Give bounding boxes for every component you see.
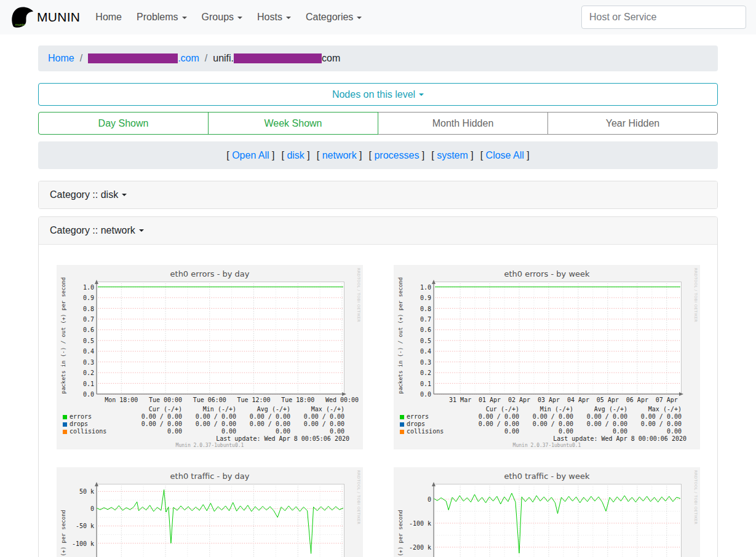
legend-series-name: drops bbox=[400, 421, 465, 428]
graph-watermark: Munin 2.0.37-1ubuntu0.1 bbox=[394, 443, 700, 448]
legend-value: 0.00 / 0.00 bbox=[128, 421, 182, 428]
legend-col-header: Cur (-/+) bbox=[465, 406, 519, 413]
chevron-down-icon bbox=[286, 17, 291, 19]
quick-link-open-all[interactable]: Open All bbox=[232, 150, 269, 160]
chevron-down-icon bbox=[122, 194, 127, 196]
quick-link-group-processes: [ processes ] bbox=[369, 150, 425, 161]
y-tick-label: 0.5 bbox=[420, 337, 431, 344]
graph-y-ticks: 1.00.90.80.70.60.50.40.30.20.10.0 bbox=[57, 282, 94, 394]
period-tabs: Day ShownWeek ShownMonth HiddenYear Hidd… bbox=[38, 112, 718, 135]
period-tab-month-hidden[interactable]: Month Hidden bbox=[378, 112, 548, 135]
y-tick-label: 0.8 bbox=[420, 305, 431, 312]
y-tick-label: -100 k bbox=[409, 519, 431, 526]
legend-value: 0.00 / 0.00 bbox=[573, 413, 627, 421]
period-tab-year-hidden[interactable]: Year Hidden bbox=[547, 112, 718, 135]
legend-row-collisions: collisions0.000.000.000.00 bbox=[63, 428, 344, 435]
y-tick-label: 0.9 bbox=[420, 294, 431, 301]
legend-swatch bbox=[63, 415, 67, 419]
x-tick-label: 02 Apr bbox=[508, 397, 530, 403]
y-tick-label: 0.3 bbox=[420, 358, 431, 365]
graph-title: eth0 traffic - by week bbox=[418, 472, 675, 481]
rrdtool-credit: RRDTOOL / TOBI OETIKER bbox=[694, 470, 698, 524]
graph-last-update: Last update: Wed Apr 8 00:05:06 2020 bbox=[216, 435, 349, 442]
legend-col-header: Min (-/+) bbox=[182, 406, 236, 413]
munin-logo-icon: munin bbox=[10, 6, 36, 29]
graph-title: eth0 errors - by day bbox=[81, 269, 338, 278]
x-tick-label: 07 Apr bbox=[656, 397, 678, 403]
chevron-down-icon bbox=[357, 17, 362, 19]
quick-link-group-disk: [ disk ] bbox=[282, 150, 310, 161]
nav-item-hosts[interactable]: Hosts bbox=[250, 7, 298, 28]
graphs-grid: eth0 errors - by day packets in (-) / ou… bbox=[39, 244, 717, 557]
nav-item-problems[interactable]: Problems bbox=[130, 7, 194, 28]
nav-item-home[interactable]: Home bbox=[89, 7, 129, 28]
breadcrumb-group-link[interactable]: .com bbox=[88, 53, 199, 64]
legend-value: 0.00 / 0.00 bbox=[573, 421, 627, 428]
graph-eth0-traffic-by-day[interactable]: eth0 traffic - by day out (+) per second… bbox=[57, 467, 363, 557]
breadcrumb-group-suffix: .com bbox=[178, 53, 199, 63]
quick-link-network[interactable]: network bbox=[322, 150, 357, 160]
svg-text:munin: munin bbox=[15, 23, 25, 26]
nav-item-groups[interactable]: Groups bbox=[195, 7, 249, 28]
legend-value: 0.00 bbox=[627, 428, 682, 435]
legend-value: 0.00 / 0.00 bbox=[182, 413, 236, 421]
quick-links: [ Open All ][ disk ][ network ][ process… bbox=[38, 141, 718, 169]
x-tick-label: Mon 18:00 bbox=[105, 397, 138, 403]
graph-watermark: Munin 2.0.37-1ubuntu0.1 bbox=[57, 443, 363, 448]
main-content: Home / .com / unifi.com Nodes on this le… bbox=[38, 45, 718, 557]
nodes-button-label: Nodes on this level bbox=[332, 89, 415, 100]
legend-swatch bbox=[63, 422, 67, 427]
quick-link-processes[interactable]: processes bbox=[374, 150, 419, 160]
period-tab-day-shown[interactable]: Day Shown bbox=[38, 112, 209, 135]
graph-y-ticks: 1.00.90.80.70.60.50.40.30.20.10.0 bbox=[394, 282, 431, 394]
legend-value: 0.00 bbox=[182, 428, 236, 435]
y-tick-label: 0.8 bbox=[83, 305, 94, 312]
legend-value: 0.00 bbox=[465, 428, 519, 435]
legend-header-row: Cur (-/+)Min (-/+)Avg (-/+)Max (-/+) bbox=[400, 406, 682, 413]
quick-link-system[interactable]: system bbox=[437, 150, 468, 160]
category-disk-header[interactable]: Category :: disk bbox=[39, 181, 717, 208]
redacted-group-name bbox=[88, 53, 178, 63]
legend-swatch bbox=[400, 422, 404, 427]
category-disk-title: Category :: disk bbox=[50, 189, 118, 200]
y-tick-label: 0.6 bbox=[83, 326, 94, 333]
y-tick-label: -100 k bbox=[72, 540, 94, 547]
legend-col-header: Avg (-/+) bbox=[573, 406, 627, 413]
legend-col-header: Min (-/+) bbox=[519, 406, 573, 413]
brand-title: MUNIN bbox=[37, 10, 80, 25]
legend-value: 0.00 / 0.00 bbox=[465, 421, 519, 428]
legend-col-header: Cur (-/+) bbox=[128, 406, 182, 413]
top-navbar: munin MUNIN HomeProblemsGroupsHostsCateg… bbox=[0, 0, 756, 34]
nav-item-categories[interactable]: Categories bbox=[299, 7, 368, 28]
graph-eth0-traffic-by-week[interactable]: eth0 traffic - by week out (+) per secon… bbox=[394, 467, 700, 557]
legend-col-header: Avg (-/+) bbox=[236, 406, 290, 413]
legend-value: 0.00 bbox=[573, 428, 627, 435]
y-tick-label: 0.7 bbox=[83, 316, 94, 323]
quick-link-disk[interactable]: disk bbox=[287, 150, 304, 160]
nodes-on-this-level-button[interactable]: Nodes on this level bbox=[38, 83, 718, 106]
graph-plot-area bbox=[97, 484, 344, 557]
rrdtool-credit: RRDTOOL / TOBI OETIKER bbox=[357, 268, 361, 322]
legend-series-name: collisions bbox=[63, 428, 128, 435]
period-tab-week-shown[interactable]: Week Shown bbox=[208, 112, 378, 135]
legend-value: 0.00 / 0.00 bbox=[236, 421, 290, 428]
quick-link-close-all[interactable]: Close All bbox=[486, 150, 524, 160]
graph-eth0-errors-by-week[interactable]: eth0 errors - by week packets in (-) / o… bbox=[394, 265, 700, 449]
breadcrumb-home-link[interactable]: Home bbox=[48, 53, 74, 64]
search-input[interactable] bbox=[581, 6, 746, 29]
graph-title: eth0 errors - by week bbox=[418, 269, 675, 278]
graph-plot-area bbox=[434, 484, 682, 557]
category-network-header[interactable]: Category :: network bbox=[39, 217, 717, 244]
x-tick-label: Tue 18:00 bbox=[281, 397, 314, 403]
x-tick-label: Wed 00:00 bbox=[325, 397, 359, 403]
legend-series-name: errors bbox=[400, 413, 465, 421]
legend-value: 0.00 / 0.00 bbox=[627, 421, 682, 428]
rrdtool-credit: RRDTOOL / TOBI OETIKER bbox=[694, 268, 698, 322]
y-tick-label: 0 bbox=[90, 505, 94, 512]
y-tick-label: 0 bbox=[428, 496, 431, 502]
legend-series-name: drops bbox=[63, 421, 128, 428]
graph-eth0-errors-by-day[interactable]: eth0 errors - by day packets in (-) / ou… bbox=[57, 265, 363, 449]
breadcrumb-host-prefix: unifi. bbox=[213, 53, 234, 63]
y-tick-label: -50 k bbox=[76, 523, 94, 529]
munin-brand[interactable]: munin MUNIN bbox=[10, 6, 80, 29]
